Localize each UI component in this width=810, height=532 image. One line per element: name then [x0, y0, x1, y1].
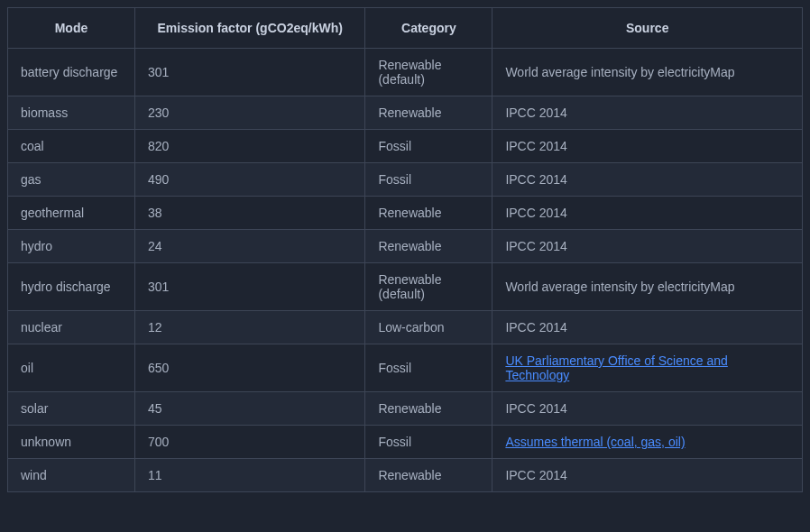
- table-row: gas490FossilIPCC 2014: [8, 163, 803, 197]
- table-row: biomass230RenewableIPCC 2014: [8, 96, 803, 130]
- col-header-source: Source: [492, 8, 803, 49]
- cell-factor: 301: [134, 49, 364, 96]
- table-row: unknown700FossilAssumes thermal (coal, g…: [8, 426, 803, 459]
- cell-source: IPCC 2014: [492, 96, 803, 130]
- cell-factor: 230: [134, 96, 364, 130]
- table-row: solar45RenewableIPCC 2014: [8, 392, 803, 426]
- cell-category: Fossil: [365, 130, 492, 163]
- cell-factor: 650: [134, 344, 364, 392]
- cell-source: IPCC 2014: [492, 459, 803, 492]
- cell-mode: unknown: [8, 426, 135, 459]
- cell-source: IPCC 2014: [492, 130, 803, 163]
- cell-source: IPCC 2014: [492, 311, 803, 344]
- cell-mode: battery discharge: [8, 49, 135, 96]
- cell-mode: solar: [8, 392, 135, 426]
- cell-category: Fossil: [365, 426, 492, 459]
- cell-mode: geothermal: [8, 197, 135, 230]
- cell-source: IPCC 2014: [492, 230, 803, 263]
- cell-mode: biomass: [8, 96, 135, 130]
- cell-source: IPCC 2014: [492, 392, 803, 426]
- cell-factor: 820: [134, 130, 364, 163]
- cell-factor: 45: [134, 392, 364, 426]
- emission-factors-table: Mode Emission factor (gCO2eq/kWh) Catego…: [7, 7, 803, 492]
- table-row: coal820FossilIPCC 2014: [8, 130, 803, 163]
- col-header-factor: Emission factor (gCO2eq/kWh): [134, 8, 364, 49]
- cell-category: Renewable: [365, 392, 492, 426]
- table-row: battery discharge301Renewable (default)W…: [8, 49, 803, 96]
- table-row: hydro discharge301Renewable (default)Wor…: [8, 263, 803, 311]
- table-header-row: Mode Emission factor (gCO2eq/kWh) Catego…: [8, 8, 803, 49]
- cell-factor: 12: [134, 311, 364, 344]
- cell-category: Renewable: [365, 96, 492, 130]
- cell-mode: gas: [8, 163, 135, 197]
- cell-factor: 38: [134, 197, 364, 230]
- source-link[interactable]: Assumes thermal (coal, gas, oil): [505, 435, 685, 449]
- cell-source: World average intensity by electricityMa…: [492, 49, 803, 96]
- cell-category: Renewable: [365, 459, 492, 492]
- cell-mode: hydro: [8, 230, 135, 263]
- cell-category: Fossil: [365, 344, 492, 392]
- cell-factor: 700: [134, 426, 364, 459]
- cell-category: Renewable (default): [365, 263, 492, 311]
- cell-mode: hydro discharge: [8, 263, 135, 311]
- cell-source: Assumes thermal (coal, gas, oil): [492, 426, 803, 459]
- cell-category: Renewable: [365, 197, 492, 230]
- cell-category: Fossil: [365, 163, 492, 197]
- col-header-category: Category: [365, 8, 492, 49]
- cell-category: Renewable: [365, 230, 492, 263]
- cell-factor: 301: [134, 263, 364, 311]
- cell-factor: 490: [134, 163, 364, 197]
- cell-mode: oil: [8, 344, 135, 392]
- cell-category: Renewable (default): [365, 49, 492, 96]
- table-row: geothermal38RenewableIPCC 2014: [8, 197, 803, 230]
- cell-mode: wind: [8, 459, 135, 492]
- cell-mode: coal: [8, 130, 135, 163]
- cell-category: Low-carbon: [365, 311, 492, 344]
- col-header-mode: Mode: [8, 8, 135, 49]
- table-row: oil650FossilUK Parliamentary Office of S…: [8, 344, 803, 392]
- cell-factor: 11: [134, 459, 364, 492]
- cell-source: IPCC 2014: [492, 197, 803, 230]
- cell-source: World average intensity by electricityMa…: [492, 263, 803, 311]
- table-row: wind11RenewableIPCC 2014: [8, 459, 803, 492]
- cell-factor: 24: [134, 230, 364, 263]
- table-row: hydro24RenewableIPCC 2014: [8, 230, 803, 263]
- cell-source: UK Parliamentary Office of Science and T…: [492, 344, 803, 392]
- table-row: nuclear12Low-carbonIPCC 2014: [8, 311, 803, 344]
- cell-source: IPCC 2014: [492, 163, 803, 197]
- cell-mode: nuclear: [8, 311, 135, 344]
- source-link[interactable]: UK Parliamentary Office of Science and T…: [505, 353, 727, 382]
